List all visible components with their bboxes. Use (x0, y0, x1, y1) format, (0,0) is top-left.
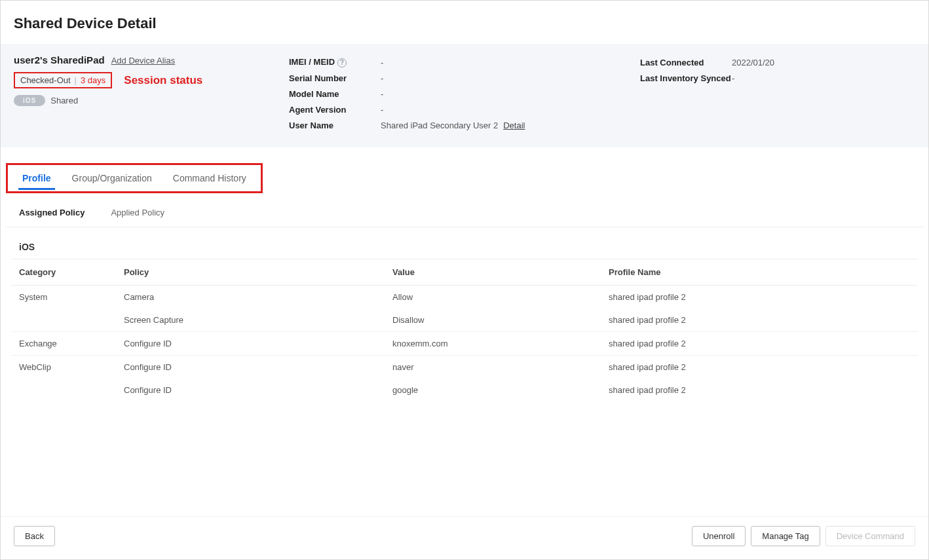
cell-category: Exchange (11, 332, 116, 356)
back-button[interactable]: Back (14, 526, 55, 546)
device-command-button: Device Command (825, 526, 915, 546)
session-annotation: Session status (124, 74, 202, 87)
session-separator: | (75, 75, 77, 85)
manage-tag-button[interactable]: Manage Tag (751, 526, 820, 546)
info-value: - (381, 105, 383, 115)
info-value: 2022/01/20 (732, 58, 774, 67)
info-label: Last Connected (640, 58, 732, 67)
unenroll-button[interactable]: Unenroll (692, 526, 746, 546)
add-device-alias-link[interactable]: Add Device Alias (111, 56, 176, 65)
cell-category (11, 308, 116, 332)
page-title: Shared Device Detail (1, 1, 928, 44)
subtab-assigned-policy[interactable]: Assigned Policy (19, 208, 85, 220)
tab-group-organization[interactable]: Group/Organization (62, 166, 162, 191)
subtab-applied-policy[interactable]: Applied Policy (111, 208, 164, 220)
footer-bar: Back Unenroll Manage Tag Device Command (1, 516, 928, 559)
info-row: Last Connected2022/01/20 (640, 54, 915, 70)
info-row: Last Inventory Synced- (640, 70, 915, 86)
info-value: - (381, 89, 383, 99)
info-value: - (381, 58, 383, 67)
info-label: Agent Version (289, 105, 381, 115)
info-label: Last Inventory Synced (640, 73, 732, 83)
info-label: Model Name (289, 89, 381, 99)
info-row: Agent Version- (289, 102, 640, 117)
info-row: Serial Number- (289, 70, 640, 86)
info-row: Model Name- (289, 86, 640, 102)
shared-label: Shared (50, 96, 78, 105)
help-icon[interactable]: ? (337, 58, 347, 67)
info-value: - (732, 73, 734, 83)
cell-value: Allow (385, 286, 601, 309)
cell-value: Disallow (385, 308, 601, 332)
cell-policy: Screen Capture (116, 308, 385, 332)
cell-profile: shared ipad profile 2 (601, 379, 918, 401)
table-row: WebClipConfigure IDnavershared ipad prof… (11, 356, 918, 379)
cell-policy: Configure ID (116, 332, 385, 356)
info-label: User Name (289, 121, 381, 130)
cell-policy: Camera (116, 286, 385, 309)
cell-value: knoxemm.com (385, 332, 601, 356)
cell-profile: shared ipad profile 2 (601, 332, 918, 356)
session-status-text: Checked-Out (20, 75, 71, 85)
cell-profile: shared ipad profile 2 (601, 356, 918, 379)
cell-value: naver (385, 356, 601, 379)
cell-category: WebClip (11, 356, 116, 379)
cell-profile: shared ipad profile 2 (601, 308, 918, 332)
device-summary: user2's SharediPad Add Device Alias Chec… (1, 44, 928, 147)
col-value: Value (385, 259, 601, 286)
table-row: Configure IDgoogleshared ipad profile 2 (11, 379, 918, 401)
device-info-right: Last Connected2022/01/20Last Inventory S… (640, 54, 915, 86)
device-info-mid: IMEI / MEID?-Serial Number-Model Name-Ag… (289, 54, 640, 133)
info-value: Shared iPad Secondary User 2 (381, 121, 498, 130)
cell-profile: shared ipad profile 2 (601, 286, 918, 309)
table-row: ExchangeConfigure IDknoxemm.comshared ip… (11, 332, 918, 356)
tab-profile[interactable]: Profile (12, 166, 62, 191)
info-label: IMEI / MEID? (289, 57, 381, 67)
cell-policy: Configure ID (116, 356, 385, 379)
col-category: Category (11, 259, 116, 286)
device-name: user2's SharediPad (14, 54, 105, 65)
main-tabs-highlight: ProfileGroup/OrganizationCommand History (6, 163, 263, 193)
table-row: Screen CaptureDisallowshared ipad profil… (11, 308, 918, 332)
col-profile: Profile Name (601, 259, 918, 286)
col-policy: Policy (116, 259, 385, 286)
section-title-ios: iOS (1, 227, 928, 259)
policy-table: Category Policy Value Profile Name Syste… (11, 259, 918, 401)
cell-value: google (385, 379, 601, 401)
os-badge: iOS (14, 95, 45, 106)
info-row: User NameShared iPad Secondary User 2Det… (289, 117, 640, 133)
table-row: SystemCameraAllowshared ipad profile 2 (11, 286, 918, 309)
user-detail-link[interactable]: Detail (503, 121, 525, 130)
session-duration: 3 days (81, 75, 105, 85)
info-row: IMEI / MEID?- (289, 54, 640, 70)
info-label: Serial Number (289, 73, 381, 83)
info-value: - (381, 73, 383, 83)
tab-command-history[interactable]: Command History (162, 166, 257, 191)
cell-category (11, 379, 116, 401)
policy-subtabs: Assigned PolicyApplied Policy (6, 196, 923, 227)
cell-policy: Configure ID (116, 379, 385, 401)
session-status-box: Checked-Out | 3 days (14, 72, 112, 88)
cell-category: System (11, 286, 116, 309)
